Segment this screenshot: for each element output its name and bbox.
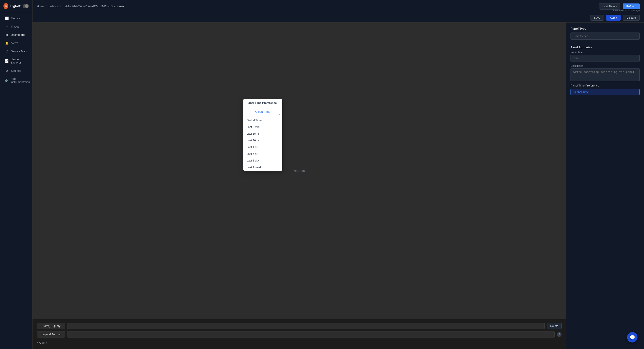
action-bar: Save Apply Discard [32,13,644,22]
dropdown-item-last-6hr[interactable]: Last 6 hr [244,150,282,157]
brand-name: SigNoz [10,4,20,8]
dropdown-item-last-1week[interactable]: Last 1 week [244,164,282,170]
add-instrumentation-icon: 🔗 [5,79,8,82]
dropdown-item-last-30min[interactable]: Last 30 min [244,137,282,144]
alerts-icon: 🔔 [5,41,9,45]
content-area: No Data PromQL Query Delete Legend Forma… [32,22,644,349]
time-range-button[interactable]: Last 30 min [599,3,620,10]
panel-attributes-title: Panel Attributes [570,46,640,49]
description-textarea[interactable] [570,68,640,81]
dropdown-item-last-1day[interactable]: Last 1 day [244,157,282,164]
time-preference-button[interactable]: Global Time [570,89,640,95]
help-icon[interactable]: ? [557,332,562,337]
sidebar-item-alerts-label: Alerts [11,42,18,45]
description-label: Description [570,64,640,68]
sidebar-item-add-instrumentation-label: Add instrumentation [10,77,30,84]
breadcrumb-sep-2: / [62,5,63,8]
sidebar-item-alerts[interactable]: 🔔 Alerts [1,39,31,47]
panel-type-title: Panel Type [570,27,640,30]
breadcrumb-id[interactable]: e93ac010-f464-4fb6-ad87-df2367b4d3bc [64,5,116,8]
settings-icon: ⚙ [5,69,9,72]
time-preference-label: Panel Time Preference [570,84,640,87]
legend-input[interactable] [67,331,555,338]
breadcrumb-home[interactable]: Home [37,5,44,8]
sidebar-item-traces[interactable]: 〰 Traces [1,22,31,30]
legend-label: Legend Format [37,331,65,338]
panel-title-label: Panel Title [570,51,640,54]
breadcrumb-sep-1: / [46,5,46,8]
global-time-selected-button[interactable]: Global Time [246,108,280,115]
sidebar-footer: ‹ [0,341,32,349]
topbar-right: Last 30 min Refresh [599,3,640,10]
sidebar-item-settings-label: Settings [11,69,21,72]
sidebar-item-metrics[interactable]: 📊 Metrics [1,14,31,22]
panel-type-input[interactable] [570,32,640,40]
usage-explorer-icon: 📈 [5,59,8,63]
delete-button[interactable]: Delete [547,323,562,329]
sidebar-toggle[interactable] [23,4,29,8]
metrics-icon: 📊 [5,16,9,20]
chart-container: No Data [32,22,566,319]
sidebar-item-service-map[interactable]: ⬡ Service Map [1,47,31,55]
no-data-label: No Data [294,169,305,172]
add-query-button[interactable]: + Query [37,340,47,346]
traces-icon: 〰 [5,25,9,28]
sidebar-nav: 📊 Metrics 〰 Traces ▦ Dashboard 🔔 Alerts … [0,12,32,341]
discard-button[interactable]: Discard [623,15,640,20]
dropdown-item-global-time[interactable]: Global Time [244,117,282,124]
time-preference-dropdown: Panel Time Preference Global Time Global… [243,99,282,171]
sidebar-item-usage-explorer[interactable]: 📈 Usage Explorer [1,56,31,66]
sidebar: S SigNoz 📊 Metrics 〰 Traces ▦ Dashboard … [0,0,32,349]
dropdown-item-last-5min[interactable]: Last 5 min [244,124,282,130]
sidebar-item-settings[interactable]: ⚙ Settings [1,67,31,74]
main-content: Home / dashboard / e93ac010-f464-4fb6-ad… [32,0,644,349]
sidebar-item-add-instrumentation[interactable]: 🔗 Add instrumentation [1,75,31,86]
sidebar-item-usage-explorer-label: Usage Explorer [10,58,28,64]
time-dropdown-header: Panel Time Preference [244,99,282,107]
logo: S [4,3,8,9]
query-area: PromQL Query Delete Legend Format ? + Qu… [32,319,566,349]
dashboard-icon: ▦ [5,33,9,36]
chat-button[interactable]: 💬 [627,332,638,342]
collapse-sidebar-button[interactable]: ‹ [16,343,17,347]
breadcrumb-current: new [119,5,124,8]
promql-label: PromQL Query [37,323,65,329]
panel-area: No Data PromQL Query Delete Legend Forma… [32,22,566,349]
last-refresh-text: Last refresh - 5 mins ago [613,9,640,12]
panel-title-input[interactable] [570,55,640,62]
right-panel: Panel Type Panel Attributes Panel Title … [566,22,644,349]
time-preference-section: Panel Time Preference Global Time [570,84,640,95]
dropdown-divider [244,116,282,116]
dropdown-item-last-15min[interactable]: Last 15 min [244,130,282,137]
topbar: Home / dashboard / e93ac010-f464-4fb6-ad… [32,0,644,13]
legend-format-row: Legend Format ? [37,331,562,338]
breadcrumb-sep-3: / [117,5,118,8]
service-map-icon: ⬡ [5,50,9,53]
apply-button[interactable]: Apply [606,15,620,20]
sidebar-item-dashboard[interactable]: ▦ Dashboard [1,31,31,38]
sidebar-item-dashboard-label: Dashboard [11,33,25,36]
promql-input[interactable] [67,323,545,329]
save-button[interactable]: Save [590,15,604,20]
promql-query-row: PromQL Query Delete [37,323,562,329]
sidebar-item-metrics-label: Metrics [11,17,20,20]
breadcrumb-dashboard[interactable]: dashboard [48,5,61,8]
dropdown-item-last-1hr[interactable]: Last 1 hr [244,144,282,150]
sidebar-header: S SigNoz [0,0,32,12]
sidebar-item-traces-label: Traces [11,25,19,28]
sidebar-item-service-map-label: Service Map [11,50,26,53]
breadcrumb: Home / dashboard / e93ac010-f464-4fb6-ad… [37,5,124,8]
refresh-button[interactable]: Refresh [623,4,640,9]
